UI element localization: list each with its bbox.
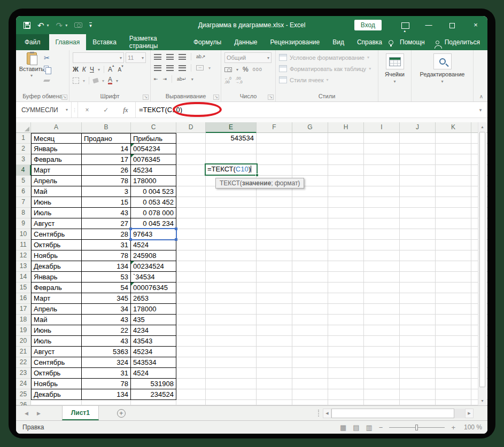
cell-B3[interactable]: 17 bbox=[82, 154, 131, 165]
cell-K6[interactable] bbox=[436, 186, 471, 197]
cell-G9[interactable] bbox=[292, 218, 328, 229]
cell-B13[interactable]: 134 bbox=[82, 261, 131, 272]
cell-B25[interactable]: 134 bbox=[82, 389, 131, 400]
cell-G4[interactable] bbox=[292, 165, 328, 176]
cell-E22[interactable] bbox=[206, 357, 257, 368]
row-header-11[interactable]: 11 bbox=[16, 240, 31, 250]
column-header-D[interactable]: D bbox=[176, 122, 206, 133]
cell-F7[interactable] bbox=[257, 197, 292, 208]
row-header-12[interactable]: 12 bbox=[16, 250, 31, 261]
cell-F1[interactable] bbox=[257, 133, 292, 144]
row-header-3[interactable]: 3 bbox=[16, 154, 31, 165]
cell-F26[interactable] bbox=[257, 400, 292, 405]
row-header-24[interactable]: 24 bbox=[16, 379, 31, 389]
column-header-I[interactable]: I bbox=[364, 122, 400, 133]
cell-B5[interactable]: 78 bbox=[82, 176, 131, 186]
row-header-23[interactable]: 23 bbox=[16, 368, 31, 379]
cell-J4[interactable] bbox=[400, 165, 436, 176]
cell-B23[interactable]: 31 bbox=[82, 368, 131, 379]
cell-F9[interactable] bbox=[257, 218, 292, 229]
cell-A2[interactable]: Январь bbox=[31, 144, 82, 154]
cell-F2[interactable] bbox=[257, 144, 292, 154]
cell-C11[interactable]: 4524 bbox=[131, 240, 176, 250]
cell-H21[interactable] bbox=[328, 347, 364, 357]
cell-I26[interactable] bbox=[364, 400, 400, 405]
cell-B17[interactable]: 34 bbox=[82, 304, 131, 315]
cell-G10[interactable] bbox=[292, 229, 328, 240]
bold-button[interactable]: Ж bbox=[73, 66, 79, 73]
cell-K24[interactable] bbox=[436, 379, 471, 389]
cell-F21[interactable] bbox=[257, 347, 292, 357]
cell-E20[interactable] bbox=[206, 336, 257, 347]
cell-G18[interactable] bbox=[292, 315, 328, 325]
cell-H6[interactable] bbox=[328, 186, 364, 197]
cell-H18[interactable] bbox=[328, 315, 364, 325]
sheet-nav-left-button[interactable]: ◀ bbox=[25, 411, 28, 416]
cell-B15[interactable]: 54 bbox=[82, 283, 131, 293]
orientation-button[interactable]: ab↗ bbox=[196, 54, 206, 59]
percent-style-button[interactable]: % bbox=[243, 66, 249, 73]
align-middle-icon[interactable] bbox=[166, 54, 174, 60]
fill-handle[interactable] bbox=[255, 174, 259, 177]
cell-B2[interactable]: 14 bbox=[82, 144, 131, 154]
cell-K1[interactable] bbox=[436, 133, 471, 144]
cell-F12[interactable] bbox=[257, 250, 292, 261]
cell-E13[interactable] bbox=[206, 261, 257, 272]
sheet-nav-right-button[interactable]: ▶ bbox=[37, 411, 41, 416]
row-header-5[interactable]: 5 bbox=[16, 176, 31, 186]
cell-A16[interactable]: Март bbox=[31, 293, 82, 304]
cell-J22[interactable] bbox=[400, 357, 436, 368]
shrink-font-button[interactable]: А▾ bbox=[118, 66, 123, 73]
cell-I17[interactable] bbox=[364, 304, 400, 315]
tab-формулы[interactable]: Формулы bbox=[187, 34, 228, 50]
cell-I12[interactable] bbox=[364, 250, 400, 261]
cell-D15[interactable] bbox=[176, 283, 206, 293]
cell-B4[interactable]: 26 bbox=[82, 165, 131, 176]
cell-K21[interactable] bbox=[436, 347, 471, 357]
cell-A15[interactable]: Февраль bbox=[31, 283, 82, 293]
zoom-slider-thumb[interactable] bbox=[415, 425, 418, 430]
cell-E16[interactable] bbox=[206, 293, 257, 304]
zoom-in-button[interactable]: + bbox=[451, 424, 455, 432]
cell-B12[interactable]: 78 bbox=[82, 250, 131, 261]
cell-J5[interactable] bbox=[400, 176, 436, 186]
scroll-up-button[interactable]: ▲ bbox=[478, 122, 486, 131]
cell-A6[interactable]: Май bbox=[31, 186, 82, 197]
cell-D3[interactable] bbox=[176, 154, 206, 165]
qat-customize-icon[interactable]: ▾ bbox=[89, 22, 92, 28]
increase-decimal-button[interactable]: ←,0,00 bbox=[224, 76, 231, 84]
cell-H11[interactable] bbox=[328, 240, 364, 250]
tab-рецензирование[interactable]: Рецензирование bbox=[264, 34, 327, 50]
cell-F25[interactable] bbox=[257, 389, 292, 400]
cell-H8[interactable] bbox=[328, 208, 364, 218]
cell-D23[interactable] bbox=[176, 368, 206, 379]
cell-D8[interactable] bbox=[176, 208, 206, 218]
cell-C18[interactable]: 435 bbox=[131, 315, 176, 325]
cell-H16[interactable] bbox=[328, 293, 364, 304]
cell-E18[interactable] bbox=[206, 315, 257, 325]
cell-E8[interactable] bbox=[206, 208, 257, 218]
row-header-25[interactable]: 25 bbox=[16, 389, 31, 400]
cell-I6[interactable] bbox=[364, 186, 400, 197]
cut-button[interactable]: ✂ bbox=[44, 53, 51, 62]
cell-A4[interactable]: Март bbox=[31, 165, 82, 176]
cell-D19[interactable] bbox=[176, 325, 206, 336]
save-icon[interactable] bbox=[24, 22, 30, 29]
clipboard-dialog-launcher[interactable]: ↘ bbox=[61, 95, 67, 100]
grow-font-button[interactable]: А▴ bbox=[108, 66, 114, 73]
cell-E12[interactable] bbox=[206, 250, 257, 261]
insert-function-button[interactable]: fx bbox=[123, 106, 128, 114]
cell-H23[interactable] bbox=[328, 368, 364, 379]
cell-H10[interactable] bbox=[328, 229, 364, 240]
cell-I25[interactable] bbox=[364, 389, 400, 400]
cell-E15[interactable] bbox=[206, 283, 257, 293]
cell-A12[interactable]: Ноябрь bbox=[31, 250, 82, 261]
cell-H25[interactable] bbox=[328, 389, 364, 400]
cell-J3[interactable] bbox=[400, 154, 436, 165]
formula-bar-expand-button[interactable]: ▾ bbox=[474, 102, 487, 117]
cell-C8[interactable]: 0 078 000 bbox=[131, 208, 176, 218]
cell-C23[interactable]: 4524 bbox=[131, 368, 176, 379]
cell-K10[interactable] bbox=[436, 229, 471, 240]
tab-главная[interactable]: Главная bbox=[49, 34, 87, 50]
cell-J1[interactable] bbox=[400, 133, 436, 144]
